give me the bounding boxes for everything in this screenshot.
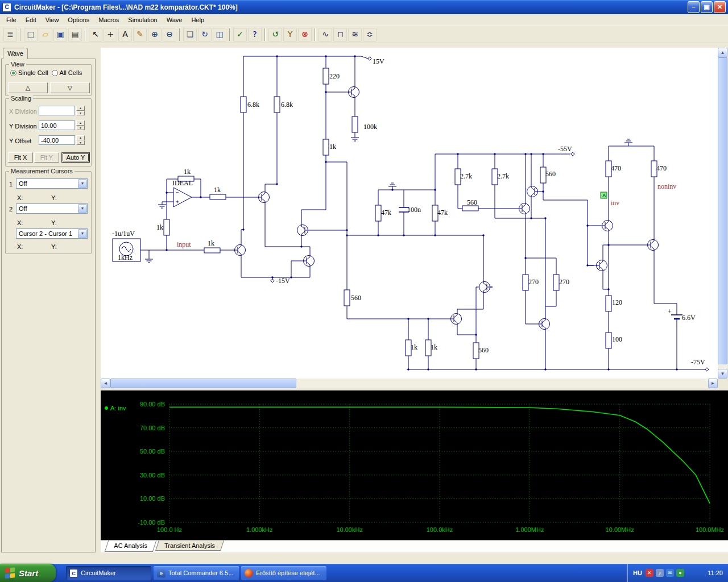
- zoom-out-tool-button[interactable]: ⊖: [163, 28, 176, 41]
- menu-view[interactable]: View: [41, 15, 64, 25]
- y-offset-input[interactable]: [39, 135, 75, 145]
- mirror-button[interactable]: ◫: [213, 28, 226, 41]
- parts-browser-button[interactable]: ≣: [3, 28, 17, 41]
- menu-simulation[interactable]: Simulation: [123, 15, 162, 25]
- scope-window-button[interactable]: ∿: [318, 28, 332, 41]
- menu-options[interactable]: Options: [63, 15, 94, 25]
- arrow-tool-button[interactable]: ↖: [89, 28, 102, 41]
- menu-file[interactable]: File: [2, 15, 21, 25]
- zoom-in-tool-button[interactable]: ⊕: [148, 28, 162, 41]
- start-button[interactable]: Start: [0, 564, 56, 582]
- schematic-label: 1k: [208, 239, 214, 247]
- cursor2-value: Off: [16, 205, 78, 212]
- delete-tool-button[interactable]: ✎: [133, 28, 147, 41]
- spin-up-icon[interactable]: ▲: [76, 135, 85, 140]
- cell-up-button[interactable]: △: [8, 82, 48, 93]
- help-button[interactable]: ?: [248, 28, 262, 41]
- new-file-button[interactable]: □: [24, 28, 38, 41]
- schematic-label: 6.8k: [281, 101, 293, 109]
- spin-down-icon[interactable]: ▼: [76, 140, 85, 146]
- cursor-diff-y-label: Y:: [51, 243, 57, 250]
- bode-window-button[interactable]: ≋: [348, 28, 362, 41]
- vertical-scroll-thumb[interactable]: [718, 57, 727, 364]
- fit-x-button[interactable]: Fit X: [8, 152, 33, 163]
- text-tool-button[interactable]: A: [118, 28, 132, 41]
- schematic-canvas[interactable]: 15V2206.8k6.8k100k1k1kIDEAL1k1k-1u/1uVin…: [101, 48, 718, 379]
- toolbar: ≣□▱▣▤↖+A✎⊕⊖❏↻◫✓?↺Y⊗∿⊓≋≎: [0, 26, 728, 43]
- radio-label-all-cells: All Cells: [60, 69, 82, 76]
- open-file-button[interactable]: ▱: [39, 28, 52, 41]
- cursor2-select[interactable]: Off ▼: [16, 203, 88, 214]
- auto-y-button[interactable]: Auto Y: [61, 152, 90, 163]
- stop-simulation-button[interactable]: ⊗: [298, 28, 312, 41]
- rotate-button[interactable]: ↻: [198, 28, 212, 41]
- digital-analog-mode-button[interactable]: ✓: [233, 28, 247, 41]
- schematic-label: 1k: [156, 223, 163, 231]
- probe-tool-button[interactable]: Y: [283, 28, 297, 41]
- fit-y-button[interactable]: Fit Y: [34, 152, 59, 163]
- find-part-button[interactable]: ❏: [183, 28, 197, 41]
- network-icon[interactable]: ●: [676, 569, 684, 577]
- schematic-transistors: [232, 85, 659, 331]
- minimize-button[interactable]: –: [688, 1, 700, 13]
- task-er-s-t-p-t-se-elej-t[interactable]: Erősítő építése elejét...: [241, 566, 326, 580]
- security-alert-icon[interactable]: ✕: [646, 569, 653, 577]
- radio-single-cell[interactable]: Single Cell: [10, 69, 48, 76]
- spin-up-icon[interactable]: ▲: [76, 106, 85, 111]
- schematic-label: 2.7k: [497, 172, 509, 180]
- scroll-down-icon[interactable]: ▼: [718, 369, 727, 379]
- close-button[interactable]: ✕: [714, 1, 726, 13]
- cursor2-y-label: Y:: [51, 219, 57, 226]
- schematic-label: -55V: [558, 145, 572, 153]
- x-tick-label: 100.0 Hz: [157, 526, 182, 533]
- menu-macros[interactable]: Macros: [94, 15, 123, 25]
- messenger-icon[interactable]: ✉: [666, 569, 674, 577]
- tab-transient-analysis[interactable]: Transient Analysis: [155, 541, 224, 551]
- cell-down-button[interactable]: ▽: [50, 82, 90, 93]
- reset-button[interactable]: ↺: [268, 28, 282, 41]
- windows-flag-icon: [5, 567, 15, 579]
- tab-wave[interactable]: Wave: [3, 48, 28, 59]
- schematic-label: +: [668, 307, 672, 315]
- spin-down-icon[interactable]: ▼: [76, 126, 85, 131]
- restore-button[interactable]: ▣: [701, 1, 713, 13]
- horizontal-scroll-thumb[interactable]: [110, 379, 296, 388]
- y-division-spinner: ▲ ▼: [76, 120, 85, 130]
- volume-icon[interactable]: ♪: [656, 569, 664, 577]
- task-circuitmaker[interactable]: CCircuitMaker: [66, 566, 151, 580]
- horizontal-scrollbar[interactable]: ◄ ►: [101, 379, 718, 388]
- spin-up-icon[interactable]: ▲: [76, 120, 85, 126]
- schematic-label: 1k: [431, 343, 437, 351]
- print-button[interactable]: ▤: [68, 28, 82, 41]
- y-division-input[interactable]: [39, 120, 75, 130]
- scroll-left-icon[interactable]: ◄: [101, 379, 110, 388]
- window-controls: –▣✕: [686, 1, 726, 13]
- scroll-up-icon[interactable]: ▲: [718, 48, 727, 57]
- tray-icons: ✕♪✉●: [646, 569, 684, 577]
- plot-canvas: 90.00 dB70.00 dB50.00 dB30.00 dB10.00 dB…: [101, 390, 728, 540]
- radio-all-cells[interactable]: All Cells: [52, 69, 82, 76]
- task-total-commander-6-5[interactable]: »Total Commander 6.5...: [154, 566, 239, 580]
- tab-ac-analysis[interactable]: AC Analysis: [105, 541, 156, 552]
- cursor-diff-select[interactable]: Cursor 2 - Cursor 1 ▼: [16, 228, 88, 239]
- cursor1-select[interactable]: Off ▼: [16, 178, 88, 189]
- schematic-label: 6.8k: [247, 101, 259, 109]
- schematic-label: 15V: [373, 57, 384, 65]
- chevron-down-icon[interactable]: ▼: [78, 204, 87, 213]
- place-part-tool-button[interactable]: +: [104, 28, 117, 41]
- chevron-down-icon[interactable]: ▼: [78, 229, 87, 238]
- menu-edit[interactable]: Edit: [21, 15, 41, 25]
- scroll-right-icon[interactable]: ►: [708, 379, 718, 388]
- vertical-scrollbar[interactable]: ▲ ▼: [718, 48, 727, 379]
- language-indicator[interactable]: HU: [633, 569, 642, 576]
- digital-window-button[interactable]: ≎: [363, 28, 377, 41]
- chevron-down-icon[interactable]: ▼: [78, 179, 87, 188]
- x-division-input[interactable]: [39, 106, 75, 115]
- spin-down-icon[interactable]: ▼: [76, 111, 85, 116]
- waveform-plot[interactable]: 90.00 dB70.00 dB50.00 dB30.00 dB10.00 dB…: [101, 390, 728, 540]
- multimeter-window-button[interactable]: ⊓: [333, 28, 347, 41]
- title-bar: C CircuitMaker - [C:\Program Files\...\N…: [0, 0, 728, 14]
- menu-help[interactable]: Help: [187, 15, 209, 25]
- menu-wave[interactable]: Wave: [162, 15, 187, 25]
- save-file-button[interactable]: ▣: [53, 28, 67, 41]
